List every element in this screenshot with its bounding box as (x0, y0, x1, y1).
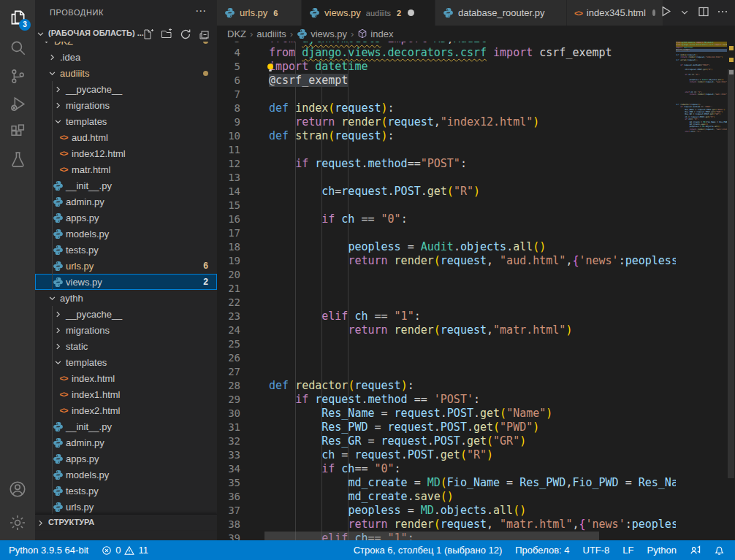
tab-urls-py[interactable]: urls.py6 (217, 0, 302, 26)
tree-item-migrations[interactable]: migrations (35, 97, 217, 113)
run-button[interactable] (658, 5, 674, 21)
collapse-folders-button[interactable] (198, 28, 211, 41)
encoding-status[interactable]: UTF-8 (583, 545, 610, 556)
minimap[interactable]: from aythh.models import MD,Auditfrom dj… (676, 42, 727, 540)
horizontal-scrollbar[interactable] (264, 532, 673, 540)
tree-item--init-py[interactable]: __init__.py (35, 418, 217, 434)
tab-index345-html[interactable]: <>index345.html (567, 0, 663, 26)
cursor-position-status[interactable]: Строка 6, столбец 1 (выбрано 12) (354, 545, 503, 556)
feedback-icon[interactable] (690, 545, 701, 556)
tree-item-aythh[interactable]: aythh (35, 290, 217, 306)
activity-testing[interactable] (0, 145, 35, 174)
run-dropdown[interactable] (677, 5, 693, 21)
code-line-28[interactable]: 28def redactor(request): (217, 379, 676, 393)
code-line-7[interactable]: 7 (217, 88, 676, 101)
code-line-22[interactable]: 22 (217, 296, 676, 310)
explorer-more-actions-icon[interactable]: ⋯ (195, 4, 207, 18)
tree-item-tests-py[interactable]: tests.py (35, 242, 217, 258)
code-line-33[interactable]: 33 ch = request.POST.get("R") (217, 448, 676, 462)
horizontal-scrollbar-slider[interactable] (264, 532, 599, 540)
tree-item-static[interactable]: static (35, 338, 217, 354)
code-line-6[interactable]: 6@csrf_exempt (217, 74, 676, 88)
tree-item--pycache-[interactable]: __pycache__ (35, 81, 217, 97)
tree-item-apps-py[interactable]: apps.py (35, 210, 217, 226)
tree-item-index1-html[interactable]: <>index1.html (35, 386, 217, 402)
code-line-12[interactable]: 12 if request.method=="POST": (217, 157, 676, 171)
tree-item-admin-py[interactable]: admin.py (35, 193, 217, 210)
tree-item-index2-html[interactable]: <>index2.html (35, 402, 217, 418)
language-mode-status[interactable]: Python (647, 545, 677, 556)
indentation-status[interactable]: Пробелов: 4 (515, 545, 569, 556)
notifications-bell-icon[interactable] (714, 545, 725, 556)
breadcrumb-item-views-py[interactable]: views.py (297, 28, 347, 39)
code-line-34[interactable]: 34 if ch== "0": (217, 462, 676, 476)
code-line-17[interactable]: 17 (217, 226, 676, 240)
breadcrumb-item-audiiits[interactable]: audiiits (256, 28, 286, 39)
code-line-35[interactable]: 35 md_create = MD(Fio_Name = Res_PWD,Fio… (217, 476, 676, 490)
activity-run-debug[interactable] (0, 89, 35, 118)
tree-item-models-py[interactable]: models.py (35, 226, 217, 242)
activity-settings[interactable] (0, 508, 35, 537)
code-line-11[interactable]: 11 (217, 143, 676, 157)
tree-item-matr-html[interactable]: <>matr.html (35, 161, 217, 177)
split-editor-button[interactable] (696, 5, 712, 21)
tree-item-dkz[interactable]: DKZ (35, 42, 217, 49)
code-line-20[interactable]: 20 (217, 268, 676, 282)
tree-item-urls-py[interactable]: urls.py6 (35, 258, 217, 274)
breadcrumb-item-index[interactable]: index (357, 28, 393, 39)
code-line-38[interactable]: 38 return render(request, "matr.html",{'… (217, 518, 676, 532)
code-line-26[interactable]: 26 (217, 351, 676, 365)
lightbulb-icon[interactable] (265, 62, 275, 77)
tree-item-templates[interactable]: templates (35, 113, 217, 129)
activity-search[interactable] (0, 33, 35, 62)
code-editor[interactable]: 3from aythh.models import MD,Audit4from … (217, 42, 676, 540)
tree-item-index12-html[interactable]: <>index12.html (35, 145, 217, 161)
code-line-19[interactable]: 19 return render(request, "aud.html",{'n… (217, 254, 676, 268)
code-line-10[interactable]: 10def stran(request): (217, 129, 676, 143)
code-line-4[interactable]: 4from django.views.decorators.csrf impor… (217, 46, 676, 60)
workspace-section-header[interactable]: (РАБОЧАЯ ОБЛАСТЬ) ... (35, 26, 217, 42)
code-line-25[interactable]: 25 (217, 337, 676, 351)
python-interpreter-status[interactable]: Python 3.9.5 64-bit (9, 545, 88, 556)
vertical-scrollbar[interactable] (727, 42, 735, 540)
more-actions-button[interactable] (715, 5, 731, 21)
refresh-explorer-button[interactable] (179, 28, 192, 41)
code-line-23[interactable]: 23 elif ch == "1": (217, 310, 676, 323)
tree-item-migrations[interactable]: migrations (35, 322, 217, 338)
code-line-15[interactable]: 15 (217, 199, 676, 212)
code-line-13[interactable]: 13 (217, 171, 676, 185)
code-line-18[interactable]: 18 peopless = Audit.objects.all() (217, 240, 676, 254)
tree-item-templates[interactable]: templates (35, 354, 217, 370)
tree-item-models-py[interactable]: models.py (35, 467, 217, 483)
code-line-36[interactable]: 36 md_create.save() (217, 490, 676, 504)
tab-views-py[interactable]: views.pyaudiiits2 (302, 0, 435, 26)
code-line-21[interactable]: 21 (217, 282, 676, 296)
tree-item-tests-py[interactable]: tests.py (35, 483, 217, 499)
code-line-27[interactable]: 27 (217, 365, 676, 379)
tree-item--idea[interactable]: .idea (35, 49, 217, 65)
code-line-5[interactable]: 5import datetime (217, 60, 676, 74)
new-folder-button[interactable] (160, 28, 173, 41)
code-line-37[interactable]: 37 peopless = MD.objects.all() (217, 504, 676, 518)
unsaved-dot-icon[interactable] (408, 9, 414, 16)
code-line-29[interactable]: 29 if request.method == 'POST': (217, 393, 676, 407)
tree-item-index-html[interactable]: <>index.html (35, 370, 217, 386)
new-file-button[interactable] (141, 28, 154, 41)
tree-item-aud-html[interactable]: <>aud.html (35, 129, 217, 145)
code-line-16[interactable]: 16 if ch == "0": (217, 212, 676, 226)
outline-section-header[interactable]: СТРУКТУРА (35, 514, 217, 530)
code-line-8[interactable]: 8def index(request): (217, 101, 676, 115)
code-line-32[interactable]: 32 Res_GR = request.POST.get("GR") (217, 434, 676, 448)
activity-explorer[interactable]: 3 (0, 3, 35, 32)
code-line-30[interactable]: 30 Res_Name = request.POST.get("Name") (217, 407, 676, 421)
tree-item-audiiits[interactable]: audiiits (35, 65, 217, 81)
tab-database-roouter-py[interactable]: database_roouter.py (435, 0, 567, 26)
tree-item-urls-py[interactable]: urls.py (35, 499, 217, 515)
tree-item-apps-py[interactable]: apps.py (35, 450, 217, 467)
tree-item--pycache-[interactable]: __pycache__ (35, 306, 217, 322)
tree-item-views-py[interactable]: views.py2 (35, 274, 217, 290)
vertical-scrollbar-slider[interactable] (728, 69, 734, 478)
unsaved-dot-icon[interactable] (652, 9, 655, 16)
eol-status[interactable]: LF (622, 545, 633, 556)
activity-extensions[interactable] (0, 117, 35, 146)
